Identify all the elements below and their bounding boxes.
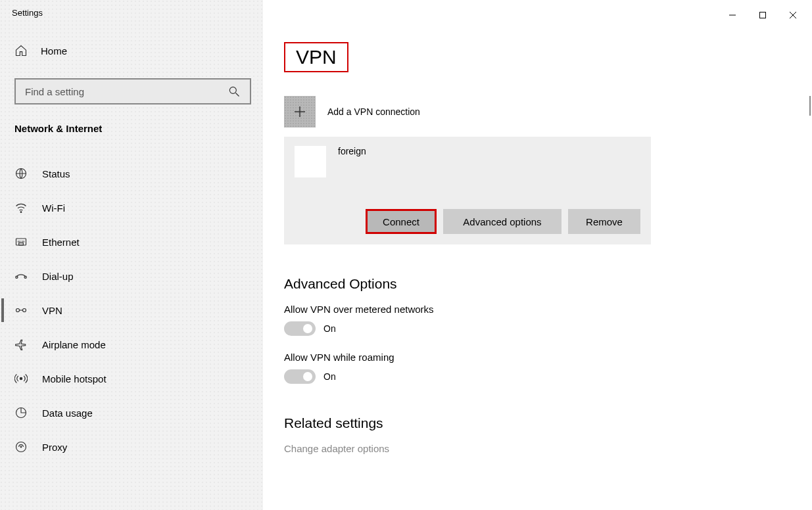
sidebar-item-status[interactable]: Status xyxy=(0,156,263,191)
roaming-label: Allow VPN while roaming xyxy=(284,352,812,363)
home-label: Home xyxy=(41,45,67,57)
search-input[interactable] xyxy=(25,86,227,97)
svg-point-3 xyxy=(20,212,22,213)
sidebar-item-label: Wi-Fi xyxy=(42,202,65,214)
globe-icon xyxy=(14,167,28,180)
sidebar-item-hotspot[interactable]: Mobile hotspot xyxy=(0,361,263,396)
svg-line-1 xyxy=(236,93,239,97)
vpn-action-buttons: Connect Advanced options Remove xyxy=(295,209,640,234)
wifi-icon xyxy=(14,201,28,214)
scrollbar-thumb[interactable] xyxy=(809,96,811,116)
home-nav[interactable]: Home xyxy=(0,36,263,65)
svg-point-17 xyxy=(20,446,22,448)
airplane-icon xyxy=(14,338,28,351)
home-icon xyxy=(14,44,28,57)
metered-label: Allow VPN over metered networks xyxy=(284,304,812,315)
datausage-icon xyxy=(14,406,28,419)
add-vpn-label: Add a VPN connection xyxy=(327,106,420,117)
minimize-button[interactable] xyxy=(717,5,748,25)
sidebar-item-label: Airplane mode xyxy=(42,339,106,350)
proxy-icon xyxy=(14,440,28,453)
sidebar-item-dialup[interactable]: Dial-up xyxy=(0,259,263,293)
sidebar-item-label: Status xyxy=(42,168,70,179)
vpn-entry-name: foreign xyxy=(338,146,366,156)
maximize-button[interactable] xyxy=(748,5,778,25)
roaming-toggle-row: On xyxy=(284,369,812,384)
sidebar-item-wifi[interactable]: Wi-Fi xyxy=(0,191,263,225)
svg-point-10 xyxy=(16,276,18,278)
vpn-entry[interactable]: foreign xyxy=(295,146,640,177)
section-title: Network & Internet xyxy=(0,118,263,139)
search-icon xyxy=(227,85,241,98)
close-button[interactable] xyxy=(778,5,808,25)
window-title: Settings xyxy=(0,8,263,36)
sidebar-item-label: Dial-up xyxy=(42,271,74,282)
vpn-icon xyxy=(14,304,28,317)
sidebar-item-ethernet[interactable]: Ethernet xyxy=(0,225,263,259)
metered-toggle[interactable] xyxy=(284,321,316,336)
connect-button[interactable]: Connect xyxy=(366,209,437,234)
sidebar-item-label: VPN xyxy=(42,305,62,316)
advanced-options-button[interactable]: Advanced options xyxy=(443,209,561,234)
add-vpn-row[interactable]: Add a VPN connection xyxy=(284,96,812,128)
svg-rect-19 xyxy=(760,12,766,18)
vpn-connection-card: foreign Connect Advanced options Remove xyxy=(284,137,651,244)
titlebar-controls xyxy=(717,5,808,25)
change-adapter-link[interactable]: Change adapter options xyxy=(284,443,812,454)
search-box[interactable] xyxy=(14,78,251,104)
hotspot-icon xyxy=(14,372,28,385)
vpn-entry-icon xyxy=(295,146,326,177)
svg-point-0 xyxy=(229,87,236,93)
plus-icon xyxy=(284,96,316,128)
svg-rect-5 xyxy=(19,243,24,245)
sidebar-item-label: Mobile hotspot xyxy=(42,373,107,384)
sidebar: Settings Home Network & Internet Status xyxy=(0,0,263,510)
dialup-icon xyxy=(14,269,28,283)
roaming-toggle-state: On xyxy=(323,371,336,382)
sidebar-item-vpn[interactable]: VPN xyxy=(0,293,263,327)
sidebar-item-label: Ethernet xyxy=(42,237,80,248)
advanced-options-heading: Advanced Options xyxy=(284,276,812,292)
metered-toggle-state: On xyxy=(323,323,336,334)
roaming-toggle[interactable] xyxy=(284,369,316,384)
sidebar-item-label: Data usage xyxy=(42,407,93,419)
page-title: VPN xyxy=(284,42,348,72)
remove-button[interactable]: Remove xyxy=(568,209,640,234)
related-settings-heading: Related settings xyxy=(284,415,812,431)
svg-point-11 xyxy=(24,276,26,278)
svg-rect-4 xyxy=(16,239,26,245)
metered-toggle-row: On xyxy=(284,321,812,336)
sidebar-item-datausage[interactable]: Data usage xyxy=(0,396,263,430)
sidebar-item-label: Proxy xyxy=(42,442,67,453)
content-pane: VPN Add a VPN connection foreign Connect… xyxy=(263,0,812,510)
svg-point-14 xyxy=(20,377,22,379)
svg-point-12 xyxy=(16,309,20,312)
ethernet-icon xyxy=(14,235,28,248)
sidebar-item-airplane[interactable]: Airplane mode xyxy=(0,327,263,361)
sidebar-item-proxy[interactable]: Proxy xyxy=(0,430,263,464)
svg-point-13 xyxy=(23,309,26,312)
